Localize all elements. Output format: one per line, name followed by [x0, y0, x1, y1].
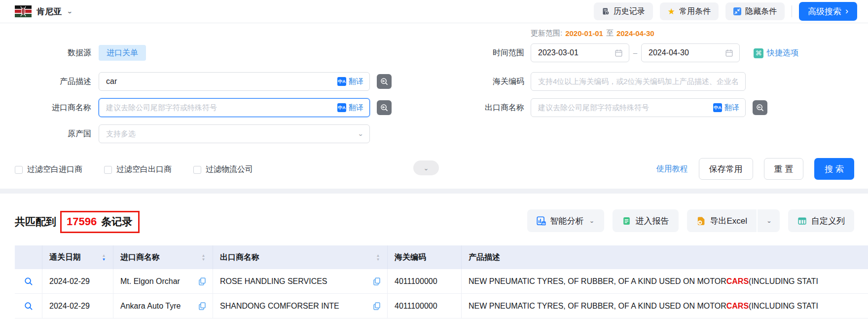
form-actions: 使用教程 保存常用 重 置 搜 索 [656, 158, 854, 180]
checkbox[interactable] [104, 166, 112, 174]
date-start-input[interactable] [537, 48, 611, 58]
importer-label: 进口商名称 [0, 98, 91, 117]
exporter-input[interactable] [537, 103, 709, 113]
view-detail-icon[interactable] [24, 301, 34, 311]
checkbox[interactable] [193, 166, 201, 174]
customs-code-input[interactable] [537, 77, 739, 86]
date-end-input[interactable] [648, 48, 721, 58]
sort-down-icon[interactable]: ▼ [102, 257, 106, 261]
customs-code-label: 海关编码 [424, 72, 524, 91]
enter-report-button[interactable]: 进入报告 [613, 209, 679, 232]
smart-analysis-button[interactable]: BI 智能分析 ⌄ [527, 209, 604, 232]
country-selector[interactable]: 肯尼亚 ⌄ [15, 5, 73, 17]
product-desc-cell: NEW PNEUMATIC TYRES, OF RUBBER, OF A KIN… [462, 294, 868, 318]
translate-button[interactable]: 中A 翻译 [337, 77, 363, 86]
table-row: 2024-02-29 Ankara Auto Tyre SHANDONG COM… [15, 294, 868, 319]
expand-collapse-button[interactable]: ⌄ [413, 160, 439, 175]
copy-icon[interactable] [198, 277, 207, 286]
date-range-separator: – [629, 43, 641, 62]
sort-control[interactable]: ▲ ▼ [201, 253, 206, 261]
desc-text: (INCLUDING STATI [749, 277, 818, 286]
translate-button[interactable]: 中A 翻译 [713, 103, 739, 113]
export-options-button[interactable]: ⌄ [758, 209, 780, 232]
desc-highlight: CARS [726, 302, 749, 311]
export-excel-button[interactable]: 导出Excel [687, 209, 757, 232]
header-label: 出口商名称 [220, 252, 259, 263]
topbar-actions: 历史记录 ★ 常用条件 隐藏条件 高级搜索 › [594, 2, 857, 21]
checkbox-label: 过滤物流公司 [206, 164, 253, 175]
exporter-label: 出口商名称 [424, 98, 524, 117]
product-desc-input[interactable] [105, 77, 333, 86]
copy-icon[interactable] [372, 277, 381, 286]
translate-button[interactable]: 中A 翻译 [337, 103, 363, 113]
search-button[interactable]: 搜 索 [814, 158, 854, 180]
divider [792, 5, 792, 17]
date-start-field[interactable] [531, 43, 629, 62]
search-mode-toggle-icon[interactable] [377, 100, 392, 115]
date-end-field[interactable] [641, 43, 740, 62]
country-name: 肯尼亚 [36, 6, 62, 17]
report-icon [622, 216, 631, 226]
chevron-right-icon: › [845, 6, 848, 15]
copy-icon[interactable] [198, 302, 207, 311]
quick-options-button[interactable]: ⌘ 快捷选项 [754, 48, 798, 58]
filter-blank-exporter[interactable]: 过滤空白出口商 [104, 164, 172, 175]
importer-input[interactable] [105, 103, 333, 113]
update-range-to: 至 [606, 29, 614, 38]
sort-down-icon[interactable]: ▼ [376, 257, 380, 261]
calendar-icon[interactable] [725, 49, 733, 57]
results-table: 通关日期 ▲ ▼ 进口商名称 ▲ ▼ 出口商名称 ▲ [15, 245, 868, 319]
customize-columns-label: 自定义列 [811, 215, 845, 227]
sort-down-icon[interactable]: ▼ [202, 257, 206, 261]
checkbox-label: 过滤空白出口商 [116, 164, 172, 175]
desc-text: (INCLUDING STATI [749, 302, 818, 311]
origin-country-input[interactable] [105, 129, 354, 139]
sort-control[interactable]: ▲ ▼ [102, 253, 106, 261]
hide-conditions-button[interactable]: 隐藏条件 [725, 2, 785, 20]
advanced-search-button[interactable]: 高级搜索 › [799, 2, 857, 21]
customize-columns-button[interactable]: 自定义列 [788, 209, 854, 232]
reset-button[interactable]: 重 置 [764, 158, 804, 180]
origin-country-select[interactable]: ⌄ [99, 124, 370, 143]
header-label: 通关日期 [49, 252, 81, 263]
header-label: 海关编码 [395, 252, 426, 263]
annotation-box: 17596 条记录 [60, 211, 140, 233]
calendar-icon[interactable] [615, 49, 623, 57]
exporter-name[interactable]: SHANDONG COMFORSER INTE [220, 302, 339, 311]
history-button-label: 历史记录 [614, 6, 645, 17]
save-common-button[interactable]: 保存常用 [699, 158, 753, 180]
hs-code-cell: 4011100000 [388, 269, 462, 293]
importer-name[interactable]: Ankara Auto Tyre [120, 302, 181, 311]
search-mode-toggle-icon[interactable] [753, 100, 767, 115]
customs-code-field[interactable] [531, 72, 746, 91]
filter-logistics-company[interactable]: 过滤物流公司 [193, 164, 253, 175]
header-label: 产品描述 [469, 252, 500, 263]
favorites-button[interactable]: ★ 常用条件 [660, 2, 719, 20]
translate-icon: 中A [713, 103, 722, 112]
tutorial-link[interactable]: 使用教程 [656, 164, 688, 174]
clearance-date: 2024-02-29 [49, 277, 90, 286]
bi-analysis-icon: BI [537, 216, 546, 226]
page: 肯尼亚 ⌄ 历史记录 ★ 常用条件 [0, 0, 868, 319]
section-divider [0, 189, 868, 194]
history-icon [602, 7, 610, 15]
importer-name[interactable]: Mt. Elgon Orchar [120, 277, 180, 286]
header-importer-name: 进口商名称 ▲ ▼ [113, 245, 213, 269]
sort-control[interactable]: ▲ ▼ [376, 253, 380, 261]
exporter-field[interactable]: 中A 翻译 [531, 98, 746, 117]
exporter-name[interactable]: ROSE HANDLING SERVICES [220, 277, 327, 286]
view-detail-icon[interactable] [24, 277, 34, 286]
filter-checkboxes: 过滤空白进口商 过滤空白出口商 过滤物流公司 [15, 164, 253, 175]
product-desc-field[interactable]: 中A 翻译 [99, 72, 370, 91]
filter-blank-importer[interactable]: 过滤空白进口商 [15, 164, 82, 175]
header-product-desc: 产品描述 [462, 245, 868, 269]
history-button[interactable]: 历史记录 [594, 2, 653, 20]
checkbox[interactable] [15, 166, 23, 174]
data-source-label: 数据源 [0, 43, 91, 62]
data-source-value-chip[interactable]: 进口关单 [99, 45, 146, 61]
favorites-button-label: 常用条件 [679, 6, 711, 17]
copy-icon[interactable] [372, 302, 381, 311]
search-mode-toggle-icon[interactable] [377, 74, 392, 89]
header-clearance-date: 通关日期 ▲ ▼ [42, 245, 113, 269]
importer-field[interactable]: 中A 翻译 [99, 98, 370, 117]
